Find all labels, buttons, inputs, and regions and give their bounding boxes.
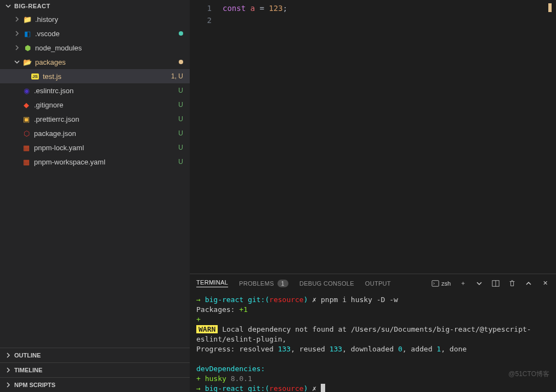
line-gutter: 1 2: [190, 2, 223, 274]
file-label: packages: [35, 58, 179, 66]
git-status: U: [178, 158, 183, 166]
terminal-output[interactable]: → big-react git:(resource) ✗ pnpm i husk…: [190, 293, 556, 392]
section-label: OUTLINE: [14, 352, 41, 359]
yaml-icon: ▦: [22, 143, 31, 152]
file-eslintrc[interactable]: ◉ .eslintrc.json U: [0, 83, 190, 98]
terminal-tabs: TERMINAL PROBLEMS 1 DEBUG CONSOLE OUTPUT…: [190, 274, 556, 293]
section-npm-scripts[interactable]: NPM SCRIPTS: [0, 377, 190, 392]
chevron-right-icon: [13, 15, 21, 23]
editor[interactable]: 1 2 const a = 123;: [190, 0, 556, 274]
file-label: node_modules: [35, 44, 183, 52]
code-line: const a = 123;: [223, 2, 556, 14]
section-label: TIMELINE: [14, 367, 42, 373]
tab-problems[interactable]: PROBLEMS 1: [239, 280, 288, 287]
tab-output[interactable]: OUTPUT: [365, 280, 391, 287]
file-tree: 📁 .history ◧ .vscode ⬢ node_modules 📂 pa…: [0, 12, 190, 348]
file-label: .gitignore: [34, 101, 178, 109]
file-test-js[interactable]: JS test.js 1, U: [0, 69, 190, 83]
section-timeline[interactable]: TIMELINE: [0, 362, 190, 377]
file-label: .vscode: [35, 30, 179, 38]
shell-selector[interactable]: zsh: [432, 279, 451, 288]
git-icon: ◆: [22, 100, 31, 109]
file-label: .eslintrc.json: [34, 87, 178, 95]
chevron-right-icon: [4, 366, 12, 374]
explorer-header[interactable]: BIG-REACT: [0, 0, 190, 12]
git-status: U: [178, 101, 183, 109]
folder-icon: 📁: [23, 15, 32, 24]
status-dot: [179, 31, 183, 36]
folder-node-modules[interactable]: ⬢ node_modules: [0, 41, 190, 55]
folder-open-icon: 📂: [23, 58, 32, 66]
line-number: 1: [190, 2, 212, 14]
scrollbar-marker: [548, 3, 552, 12]
close-icon[interactable]: ✕: [541, 279, 549, 288]
chevron-up-icon[interactable]: [524, 279, 533, 288]
js-icon: JS: [31, 72, 39, 81]
git-status: U: [178, 115, 183, 123]
file-gitignore[interactable]: ◆ .gitignore U: [0, 98, 190, 112]
chevron-right-icon: [4, 351, 12, 359]
terminal-actions: zsh ＋ ✕: [432, 279, 549, 288]
vscode-icon: ◧: [23, 29, 32, 38]
folder-vscode[interactable]: ◧ .vscode: [0, 26, 190, 41]
file-label: pnpm-lock.yaml: [34, 144, 178, 152]
watermark: @51CTO博客: [508, 370, 549, 379]
git-status: U: [178, 129, 183, 137]
file-package-json[interactable]: ⬡ package.json U: [0, 126, 190, 140]
section-outline[interactable]: OUTLINE: [0, 348, 190, 362]
node-icon: ⬢: [23, 43, 32, 52]
tab-label: PROBLEMS: [239, 280, 274, 287]
file-label: test.js: [43, 72, 171, 81]
status-dot: [179, 60, 183, 64]
prettier-icon: ▣: [22, 115, 31, 123]
yaml-icon: ▦: [22, 157, 31, 166]
chevron-down-icon: [4, 2, 12, 10]
code-line: [223, 14, 556, 26]
dropdown-icon[interactable]: [475, 279, 484, 288]
file-label: .prettierrc.json: [34, 115, 178, 123]
code-area[interactable]: const a = 123;: [223, 2, 556, 274]
section-label: NPM SCRIPTS: [14, 382, 55, 388]
main-area: 1 2 const a = 123; TERMINAL PROBLEMS 1 D…: [190, 0, 556, 392]
trash-icon[interactable]: [508, 279, 517, 288]
sidebar: BIG-REACT 📁 .history ◧ .vscode ⬢ node_mo…: [0, 0, 190, 392]
file-label: .history: [35, 15, 183, 24]
problems-badge: 1: [277, 280, 288, 287]
file-pnpm-lock[interactable]: ▦ pnpm-lock.yaml U: [0, 140, 190, 155]
chevron-down-icon: [13, 58, 21, 66]
file-prettierrc[interactable]: ▣ .prettierrc.json U: [0, 112, 190, 126]
shell-name: zsh: [441, 280, 451, 287]
terminal-panel: TERMINAL PROBLEMS 1 DEBUG CONSOLE OUTPUT…: [190, 274, 556, 392]
chevron-right-icon: [13, 30, 21, 37]
split-terminal-icon[interactable]: [491, 279, 500, 288]
new-terminal-icon[interactable]: ＋: [458, 279, 467, 288]
git-status: U: [178, 87, 183, 94]
file-label: package.json: [34, 129, 178, 138]
svg-rect-0: [432, 280, 439, 286]
npm-icon: ⬡: [22, 129, 31, 138]
line-number: 2: [190, 14, 212, 26]
chevron-right-icon: [4, 381, 12, 389]
file-label: pnpm-workspace.yaml: [34, 158, 178, 166]
folder-history[interactable]: 📁 .history: [0, 12, 190, 26]
explorer-title: BIG-REACT: [14, 3, 50, 9]
eslint-icon: ◉: [22, 86, 31, 95]
chevron-right-icon: [13, 44, 21, 52]
folder-packages[interactable]: 📂 packages: [0, 55, 190, 69]
tab-terminal[interactable]: TERMINAL: [196, 279, 228, 287]
git-status: U: [178, 144, 183, 151]
git-status: 1, U: [171, 72, 183, 80]
tab-debug-console[interactable]: DEBUG CONSOLE: [299, 280, 354, 287]
file-pnpm-workspace[interactable]: ▦ pnpm-workspace.yaml U: [0, 155, 190, 169]
